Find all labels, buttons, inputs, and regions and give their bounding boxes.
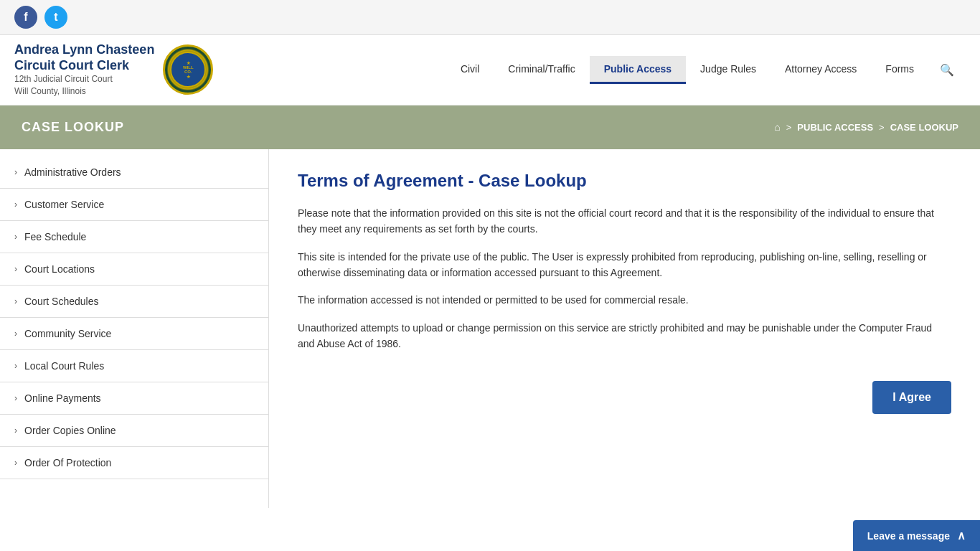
nav-civil[interactable]: Civil (446, 56, 494, 84)
court-seal: ★WILLCO.★ (163, 44, 213, 95)
chevron-icon: › (14, 458, 17, 468)
breadcrumb-current: CASE LOOKUP (890, 122, 958, 133)
chevron-icon: › (14, 296, 17, 306)
sidebar-label-community-service: Community Service (24, 328, 111, 339)
sidebar-item-online-payments[interactable]: › Online Payments (0, 382, 268, 415)
content-area: Terms of Agreement - Case Lookup Please … (269, 149, 980, 508)
breadcrumb-separator2: > (879, 122, 885, 133)
nav-attorney-access[interactable]: Attorney Access (771, 56, 871, 84)
sidebar-item-fee-schedule[interactable]: › Fee Schedule (0, 221, 268, 253)
twitter-icon[interactable]: t (44, 6, 67, 29)
site-subtitle1: 12th Judicial Circuit Court (14, 73, 154, 85)
logo-text: Andrea Lynn Chasteen Circuit Court Clerk… (14, 42, 154, 98)
main-nav: Civil Criminal/Traffic Public Access Jud… (287, 56, 966, 84)
breadcrumb-parent[interactable]: PUBLIC ACCESS (797, 122, 873, 133)
sidebar-label-court-schedules: Court Schedules (24, 296, 99, 307)
seal-inner: ★WILLCO.★ (170, 52, 206, 88)
chevron-icon: › (14, 199, 17, 209)
sidebar-label-court-locations: Court Locations (24, 263, 95, 275)
site-name-line1: Andrea Lynn Chasteen (14, 42, 154, 58)
sidebar-item-court-locations[interactable]: › Court Locations (0, 253, 268, 286)
chevron-icon: › (14, 232, 17, 242)
nav-forms[interactable]: Forms (871, 56, 928, 84)
content-title: Terms of Agreement - Case Lookup (298, 171, 951, 191)
sidebar-item-local-court-rules[interactable]: › Local Court Rules (0, 350, 268, 382)
sidebar-item-order-copies-online[interactable]: › Order Copies Online (0, 415, 268, 447)
site-name-line2: Circuit Court Clerk (14, 58, 154, 74)
search-icon[interactable]: 🔍 (928, 56, 966, 84)
facebook-icon[interactable]: f (14, 6, 37, 29)
nav-public-access[interactable]: Public Access (590, 56, 686, 84)
chevron-icon: › (14, 264, 17, 274)
content-paragraph2: This site is intended for the private us… (298, 249, 951, 281)
sidebar-label-fee-schedule: Fee Schedule (24, 231, 86, 242)
sidebar-label-order-of-protection: Order Of Protection (24, 457, 111, 468)
breadcrumb-separator: > (786, 122, 792, 133)
site-header: Andrea Lynn Chasteen Circuit Court Clerk… (0, 35, 980, 105)
nav-judge-rules[interactable]: Judge Rules (686, 56, 771, 84)
sidebar-item-order-of-protection[interactable]: › Order Of Protection (0, 447, 268, 479)
content-paragraph3: The information accessed is not intended… (298, 292, 951, 308)
breadcrumb: ⌂ > PUBLIC ACCESS > CASE LOOKUP (774, 121, 958, 133)
nav-criminal-traffic[interactable]: Criminal/Traffic (494, 56, 589, 84)
page-banner: CASE LOOKUP ⌂ > PUBLIC ACCESS > CASE LOO… (0, 105, 980, 149)
sidebar-label-local-court-rules: Local Court Rules (24, 360, 104, 372)
sidebar-label-order-copies-online: Order Copies Online (24, 425, 116, 436)
sidebar-label-customer-service: Customer Service (24, 199, 104, 210)
site-subtitle2: Will County, Illinois (14, 85, 154, 98)
logo-area: Andrea Lynn Chasteen Circuit Court Clerk… (14, 42, 287, 98)
breadcrumb-home-icon[interactable]: ⌂ (774, 121, 780, 133)
chevron-icon: › (14, 425, 17, 435)
chevron-icon: › (14, 361, 17, 371)
chevron-icon: › (14, 167, 17, 177)
agree-button[interactable]: I Agree (872, 381, 951, 414)
content-paragraph4: Unauthorized attempts to upload or chang… (298, 320, 951, 352)
sidebar-label-online-payments: Online Payments (24, 392, 101, 404)
sidebar-item-customer-service[interactable]: › Customer Service (0, 189, 268, 221)
sidebar-item-administrative-orders[interactable]: › Administrative Orders (0, 156, 268, 189)
button-row: I Agree (298, 367, 951, 414)
sidebar-item-community-service[interactable]: › Community Service (0, 318, 268, 350)
page-title: CASE LOOKUP (22, 120, 124, 135)
top-bar: f t (0, 0, 980, 35)
chevron-icon: › (14, 329, 17, 339)
seal-label: ★WILLCO.★ (183, 60, 194, 79)
sidebar: › Administrative Orders › Customer Servi… (0, 149, 269, 508)
sidebar-label-administrative-orders: Administrative Orders (24, 166, 121, 178)
chevron-icon: › (14, 393, 17, 403)
sidebar-item-court-schedules[interactable]: › Court Schedules (0, 286, 268, 318)
main-content: › Administrative Orders › Customer Servi… (0, 149, 980, 508)
content-paragraph1: Please note that the information provide… (298, 205, 951, 237)
